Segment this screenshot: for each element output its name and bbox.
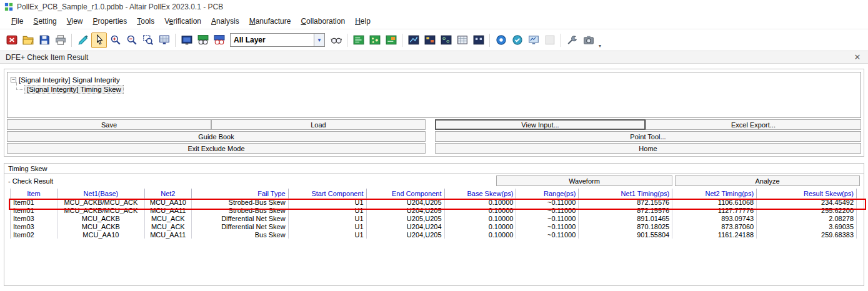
menu-file[interactable]: File [6,15,28,27]
table-cell: MCU_ACKB [57,214,145,222]
tree-item-timing-skew[interactable]: [Signal Integrity] Timing Skew [11,84,861,94]
zoom-in-icon[interactable] [107,32,123,48]
table-cell: U204,U205 [367,198,445,206]
table-cell: Item03 [11,214,57,222]
menu-manufacture[interactable]: Manufacture [244,15,296,27]
analyze-button[interactable]: Analyze [675,175,860,186]
table-cell: 2.08278 [757,214,857,222]
view-input-button[interactable]: View Input... [435,119,646,130]
toolbar-overflow-icon[interactable]: ▾ [597,43,603,51]
save-icon[interactable] [36,32,52,48]
layer-visibility-icon[interactable] [328,32,344,48]
pcb-top-view-icon[interactable] [351,32,366,48]
grid-view-icon[interactable] [454,32,470,48]
tree-item-signal-integrity[interactable]: [Signal Integrity] Signal Integrity [11,75,861,84]
table-row[interactable]: Item03MCU_ACKBMCU_ACKDifferential Net Sk… [11,222,857,230]
table-header-row: ItemNet1(Base)Net2Fail TypeStart Compone… [11,189,857,198]
load-button[interactable]: Load [211,119,426,130]
check-item-tree: [Signal Integrity] Signal Integrity [Sig… [7,72,861,118]
table-cell: 0.10000 [445,198,517,206]
dfm-check-icon[interactable] [493,32,509,48]
table-cell: U1 [289,214,367,222]
table-cell: U204,U205 [367,230,445,239]
select-arrow-icon[interactable] [91,32,107,48]
redraw-icon[interactable] [156,32,172,48]
table-cell: MCU_AA10 [145,198,192,206]
simulation-icon[interactable] [526,32,541,48]
column-header[interactable]: Item [11,189,57,198]
column-header[interactable]: Fail Type [192,189,289,198]
column-header[interactable]: Base Skew(ps) [445,189,517,198]
column-header[interactable]: Net2 Timing(ps) [672,189,757,198]
row-gap [426,131,435,142]
excel-export-button[interactable]: Excel Export... [646,119,861,130]
menu-setting[interactable]: Setting [28,15,61,27]
table-row[interactable]: Item03MCU_ACKBMCU_ACKDifferential Net Sk… [11,214,857,222]
title-bar: PollEx_PCB_Sample_r1.0.pdbb - Altair Pol… [0,0,868,14]
waveform-button[interactable]: Waveform [496,175,672,186]
menu-verification[interactable]: Verification [159,15,206,27]
dfe-check-icon[interactable] [509,32,525,48]
table-cell: 234.45492 [757,198,857,206]
column-header[interactable]: Net1(Base) [57,189,145,198]
menu-collaboration[interactable]: Collaboration [296,15,350,27]
column-header[interactable]: Range(ps) [516,189,579,198]
panel-close-icon[interactable]: ✕ [852,52,862,62]
column-header[interactable]: End Component [367,189,445,198]
home-button[interactable]: Home [435,143,861,154]
guide-book-button[interactable]: Guide Book [7,131,426,142]
menu-tools[interactable]: Tools [132,15,159,27]
panel-content: [Signal Integrity] Signal Integrity [Sig… [0,64,868,286]
pad-view-icon[interactable] [471,32,486,48]
table-cell: U1 [289,222,367,230]
column-header[interactable]: Net1 Timing(ps) [579,189,672,198]
result-subheader: - Check Result Waveform Analyze [4,174,864,189]
menu-help[interactable]: Help [350,15,376,27]
table-row[interactable]: Item01MCU_ACKB/MCU_ACKMCU_AA11Strobed-Bu… [11,206,857,214]
table-row[interactable]: Item02MCU_AA10MCU_AA11Bus SkewU1U204,U20… [11,230,857,239]
tree-child-label: [Signal Integrity] Timing Skew [24,85,124,94]
table-row[interactable]: Item01MCU_ACKB/MCU_ACKMCU_AA10Strobed-Bu… [11,198,857,206]
layer-combobox[interactable]: All Layer▼ [230,33,325,47]
net-view-icon[interactable] [406,32,421,48]
layer-select-icon[interactable] [211,32,227,48]
capture-icon[interactable] [581,32,596,48]
zoom-out-icon[interactable] [124,32,139,48]
toolbar-separator [561,34,561,47]
layer-combobox-value: All Layer [231,34,314,46]
open-folder-icon[interactable] [20,32,36,48]
app-logo-icon [4,2,13,11]
blank-icon[interactable] [542,32,557,48]
via-view-icon[interactable] [438,32,454,48]
table-cell: 893.09743 [672,214,757,222]
action-row-3: Exit Exclude Mode Home [7,143,861,154]
measure-pen-icon[interactable] [75,32,91,48]
close-board-icon[interactable] [4,32,19,48]
save-button[interactable]: Save [7,119,211,130]
zoom-window-icon[interactable] [140,32,156,48]
table-cell: U1 [289,206,367,214]
table-cell: MCU_AA10 [57,230,145,239]
pcb-bottom-view-icon[interactable] [367,32,382,48]
component-view-icon[interactable] [422,32,437,48]
table-cell: MCU_ACK [145,222,192,230]
options-icon[interactable] [564,32,580,48]
panel-header: DFE+ Check Item Result ✕ [0,51,868,64]
menu-analysis[interactable]: Analysis [206,15,244,27]
layer-stack-icon[interactable] [195,32,211,48]
menu-bar: FileSettingViewPropertiesToolsVerificati… [0,14,868,29]
collapse-icon[interactable] [11,77,16,82]
board-view-icon[interactable] [179,32,194,48]
chevron-down-icon[interactable]: ▼ [314,34,324,46]
exit-exclude-mode-button[interactable]: Exit Exclude Mode [7,143,426,154]
pcb-drill-view-icon[interactable] [383,32,399,48]
menu-view[interactable]: View [62,15,88,27]
table-cell: Strobed-Bus Skew [192,198,289,206]
print-icon[interactable] [52,32,68,48]
column-header[interactable]: Net2 [145,189,192,198]
point-tool-button[interactable]: Point Tool... [435,131,861,142]
table-cell: Item02 [11,230,57,239]
menu-properties[interactable]: Properties [88,15,132,27]
column-header[interactable]: Result Skew(ps) [757,189,857,198]
column-header[interactable]: Start Component [289,189,367,198]
